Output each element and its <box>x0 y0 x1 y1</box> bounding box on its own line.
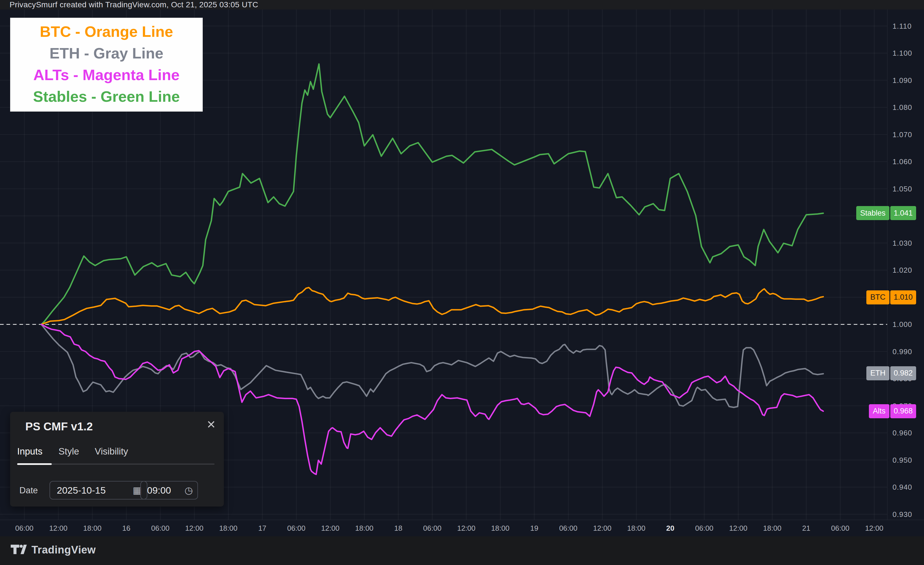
legend-item: ALTs - Magenta Line <box>10 64 202 86</box>
price-tick-label: 0.990 <box>892 348 912 356</box>
date-field-label: Date <box>20 486 38 496</box>
chart-legend: BTC - Orange LineETH - Gray LineALTs - M… <box>10 18 203 112</box>
price-tick-label: 1.060 <box>892 157 912 166</box>
price-tick-label: 1.070 <box>892 130 912 139</box>
price-tick-label: 1.080 <box>892 103 912 112</box>
time-tick-label: 12:00 <box>449 524 483 533</box>
time-tick-label: 18:00 <box>348 524 381 533</box>
price-tick-label: 1.020 <box>892 266 912 275</box>
date-input[interactable]: 2025-10-15 ▦ <box>50 481 147 499</box>
price-tick-label: 0.950 <box>892 456 912 465</box>
price-tick-label: 1.000 <box>892 320 912 329</box>
price-tick-label: 1.100 <box>892 49 912 58</box>
time-tick-label: 12:00 <box>177 524 211 533</box>
indicator-settings-dialog: PS CMF v1.2 × Inputs Style Visibility Da… <box>10 412 224 507</box>
date-value: 2025-10-15 <box>57 485 106 496</box>
tradingview-logo[interactable]: TradingView <box>10 544 96 556</box>
title-bar: PrivacySmurf created with TradingView.co… <box>0 0 924 9</box>
time-tick-label: 18:00 <box>755 524 789 533</box>
time-tick-label: 06:00 <box>143 524 177 533</box>
time-input[interactable]: 09:00 ◷ <box>140 481 198 499</box>
price-tick-label: 0.960 <box>892 429 912 438</box>
price-tick-label: 1.050 <box>892 185 912 193</box>
time-tick-label: 18 <box>381 524 415 533</box>
time-tick-label: 18:00 <box>75 524 109 533</box>
time-tick-label: 20 <box>654 524 687 533</box>
price-tick-label: 1.040 <box>892 212 912 220</box>
tab-visibility[interactable]: Visibility <box>95 446 128 457</box>
time-tick-label: 06:00 <box>551 524 585 533</box>
legend-item: ETH - Gray Line <box>10 42 202 64</box>
price-tick-label: 1.090 <box>892 76 912 85</box>
time-tick-label: 12:00 <box>721 524 755 533</box>
price-tick-label: 1.110 <box>892 22 912 31</box>
time-tick-label: 12:00 <box>314 524 347 533</box>
tab-active-underline <box>17 463 52 465</box>
footer-bar: TradingView <box>0 537 924 565</box>
price-tick-label: 1.010 <box>892 293 912 302</box>
time-tick-label: 06:00 <box>824 524 857 533</box>
time-tick-label: 06:00 <box>8 524 41 533</box>
time-tick-label: 18:00 <box>212 524 245 533</box>
price-tick-label: 0.970 <box>892 402 912 411</box>
tradingview-window: PrivacySmurf created with TradingView.co… <box>0 0 924 565</box>
time-value: 09:00 <box>147 485 171 496</box>
time-tick-label: 19 <box>518 524 551 533</box>
close-icon[interactable]: × <box>207 417 215 432</box>
dialog-title: PS CMF v1.2 <box>25 420 93 433</box>
time-tick-label: 18:00 <box>483 524 517 533</box>
time-tick-label: 12:00 <box>857 524 891 533</box>
legend-item: Stables - Green Line <box>10 86 202 107</box>
tab-inputs[interactable]: Inputs <box>17 446 42 457</box>
tradingview-wordmark: TradingView <box>32 544 96 556</box>
time-tick-label: 18:00 <box>620 524 653 533</box>
attribution-text: PrivacySmurf created with TradingView.co… <box>9 0 258 9</box>
price-tick-label: 1.030 <box>892 239 912 248</box>
time-tick-label: 16 <box>110 524 143 533</box>
time-axis[interactable]: 06:0012:0018:001606:0012:0018:001706:001… <box>0 520 924 537</box>
price-tick-label: 0.940 <box>892 483 912 492</box>
tab-style[interactable]: Style <box>58 446 79 457</box>
price-axis[interactable]: 1.1101.1001.0901.0801.0701.0601.0501.040… <box>887 9 924 520</box>
legend-item: BTC - Orange Line <box>10 21 202 42</box>
time-tick-label: 06:00 <box>416 524 449 533</box>
time-tick-label: 12:00 <box>585 524 619 533</box>
time-tick-label: 06:00 <box>687 524 721 533</box>
price-tick-label: 0.980 <box>892 375 912 383</box>
time-tick-label: 12:00 <box>41 524 75 533</box>
time-tick-label: 21 <box>789 524 823 533</box>
tradingview-mark-icon <box>10 544 27 556</box>
time-tick-label: 17 <box>246 524 279 533</box>
price-tick-label: 0.930 <box>892 510 912 519</box>
clock-icon[interactable]: ◷ <box>184 485 193 496</box>
time-tick-label: 06:00 <box>279 524 313 533</box>
